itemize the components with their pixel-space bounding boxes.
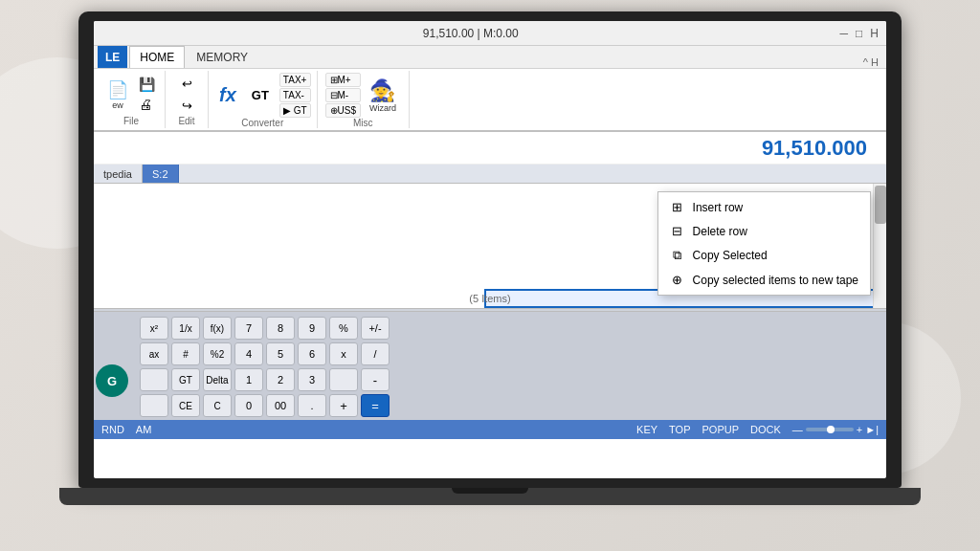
calc-btn-plusminus[interactable]: +/- xyxy=(361,317,390,340)
calc-btn-9[interactable]: 9 xyxy=(298,317,326,340)
calc-btn-00[interactable]: 00 xyxy=(266,394,295,417)
ribbon-group-file: 📄 ew 💾 🖨 File xyxy=(98,71,166,128)
calc-btn-dot[interactable]: . xyxy=(298,394,326,417)
calc-btn-6[interactable]: 6 xyxy=(298,342,326,365)
calc-btn-empty3[interactable] xyxy=(140,394,168,417)
h-label: H xyxy=(870,27,879,40)
delete-row-icon: ⊟ xyxy=(670,224,685,238)
tab-memory[interactable]: MEMORY xyxy=(187,46,257,68)
status-rnd[interactable]: RND xyxy=(101,424,124,435)
calc-btn-mul[interactable]: x xyxy=(329,342,358,365)
maximize-button[interactable]: □ xyxy=(856,27,862,40)
calc-btn-5[interactable]: 5 xyxy=(266,342,295,365)
gt-button[interactable]: GT xyxy=(245,84,276,106)
calc-btn-equals[interactable]: = xyxy=(361,394,390,417)
edit-group-label: Edit xyxy=(178,116,194,126)
insert-row-icon: ⊞ xyxy=(670,200,685,214)
redo-button[interactable]: ↪ xyxy=(177,96,197,116)
sheet-tab-bar: tpedia S:2 xyxy=(94,165,886,184)
calc-btn-minus[interactable]: - xyxy=(361,368,390,391)
calc-btn-gt[interactable]: GT xyxy=(171,368,200,391)
new-button[interactable]: 📄 ew xyxy=(103,77,132,113)
display-value: 91,510.00 xyxy=(762,136,856,161)
calc-area: G x² 1/x f(x) 7 8 9 % +/- xyxy=(94,312,886,420)
ribbon-tabs: LE HOME MEMORY ^ H xyxy=(94,46,886,69)
converter-group-label: Converter xyxy=(241,118,283,128)
save-button[interactable]: 💾 xyxy=(135,75,159,94)
calc-btn-empty2[interactable] xyxy=(329,368,358,391)
corner-logo: G xyxy=(96,364,128,397)
context-menu-item-insert[interactable]: ⊞ Insert row xyxy=(658,195,870,219)
calc-btn-ce[interactable]: CE xyxy=(171,394,200,417)
status-am[interactable]: AM xyxy=(136,424,152,435)
tax-minus-button[interactable]: TAX- xyxy=(279,88,311,102)
calc-btn-sq[interactable]: x² xyxy=(140,317,168,340)
status-dock[interactable]: DOCK xyxy=(750,424,781,435)
sheet-tab-s2[interactable]: S:2 xyxy=(143,165,179,183)
calc-btn-8[interactable]: 8 xyxy=(266,317,295,340)
context-menu-item-copy[interactable]: ⧉ Copy Selected xyxy=(658,243,870,268)
tab-home[interactable]: HOME xyxy=(129,46,185,68)
gt2-button[interactable]: ▶ GT xyxy=(279,103,311,118)
ribbon-group-misc: ⊞M+ ⊟M- ⊕US$ 🧙 Wizard Misc xyxy=(318,71,410,128)
calc-btn-7[interactable]: 7 xyxy=(234,317,263,340)
minimize-button[interactable]: ─ xyxy=(840,27,849,40)
context-menu-item-copy-new[interactable]: ⊕ Copy selected items to new tape xyxy=(658,268,870,292)
context-menu-item-delete[interactable]: ⊟ Delete row xyxy=(658,219,870,243)
calc-btn-div[interactable]: / xyxy=(361,342,390,365)
undo-button[interactable]: ↩ xyxy=(177,74,197,94)
copy-new-tape-icon: ⊕ xyxy=(670,273,685,287)
calc-btn-pct2[interactable]: %2 xyxy=(203,342,232,365)
calc-btn-fx[interactable]: f(x) xyxy=(203,317,232,340)
tax-plus-button[interactable]: TAX+ xyxy=(279,73,311,87)
display-area: 91,510.00 0 xyxy=(94,132,886,165)
calc-btn-mx[interactable]: ax xyxy=(140,342,168,365)
delete-row-label: Delete row xyxy=(693,225,747,238)
status-slider[interactable]: — + ►| xyxy=(792,424,879,435)
calc-btn-0[interactable]: 0 xyxy=(234,394,263,417)
calc-btn-pct[interactable]: % xyxy=(329,317,358,340)
m-plus-button[interactable]: ⊞M+ xyxy=(325,73,361,87)
calc-btn-c[interactable]: C xyxy=(203,394,232,417)
ribbon-group-edit: ↩ ↪ Edit xyxy=(166,71,209,128)
print-button[interactable]: 🖨 xyxy=(135,95,159,114)
uss-button[interactable]: ⊕US$ xyxy=(325,103,361,118)
copy-selected-icon: ⧉ xyxy=(670,248,685,263)
status-key[interactable]: KEY xyxy=(636,424,657,435)
wizard-button[interactable]: 🧙 Wizard xyxy=(365,75,401,117)
copy-new-tape-label: Copy selected items to new tape xyxy=(693,274,858,287)
sheet-tab-tpedia[interactable]: tpedia xyxy=(94,165,143,183)
title-bar: 91,510.00 | M:0.00 ─ □ H xyxy=(94,21,886,46)
title-text: 91,510.00 | M:0.00 xyxy=(101,27,840,40)
m-minus-button[interactable]: ⊟M- xyxy=(325,88,361,102)
calc-btn-empty1[interactable] xyxy=(140,368,168,391)
fx-button[interactable]: fx xyxy=(214,80,241,110)
calc-btn-3[interactable]: 3 xyxy=(298,368,326,391)
calc-btn-delta[interactable]: Delta xyxy=(203,368,232,391)
calc-btn-plus[interactable]: + xyxy=(329,394,358,417)
calc-btn-hash[interactable]: # xyxy=(171,342,200,365)
display-overflow: 0 xyxy=(856,136,867,161)
tape-scrollbar[interactable] xyxy=(873,184,886,308)
insert-row-label: Insert row xyxy=(693,201,744,214)
tape-area: 5,458.00 - 594.00 - 77,896.00 - xyxy=(94,184,886,308)
items-label: (5 Items) xyxy=(469,293,510,304)
context-menu: ⊞ Insert row ⊟ Delete row ⧉ Copy Selecte… xyxy=(657,191,871,296)
status-popup[interactable]: POPUP xyxy=(702,424,740,435)
ribbon-toolbar: 📄 ew 💾 🖨 File ↩ xyxy=(94,69,886,132)
tab-le[interactable]: LE xyxy=(98,46,127,68)
calc-btn-inv[interactable]: 1/x xyxy=(171,317,200,340)
file-group-label: File xyxy=(123,116,139,126)
calc-btn-4[interactable]: 4 xyxy=(234,342,263,365)
ribbon-group-converter: fx GT TAX+ TAX- ▶ GT Converter xyxy=(209,71,318,128)
copy-selected-label: Copy Selected xyxy=(693,249,768,262)
calc-btn-1[interactable]: 1 xyxy=(234,368,263,391)
status-top[interactable]: TOP xyxy=(669,424,690,435)
status-bar: RND AM KEY TOP POPUP DOCK — + ►| xyxy=(94,420,886,439)
calc-btn-2[interactable]: 2 xyxy=(266,368,295,391)
misc-group-label: Misc xyxy=(353,118,373,128)
